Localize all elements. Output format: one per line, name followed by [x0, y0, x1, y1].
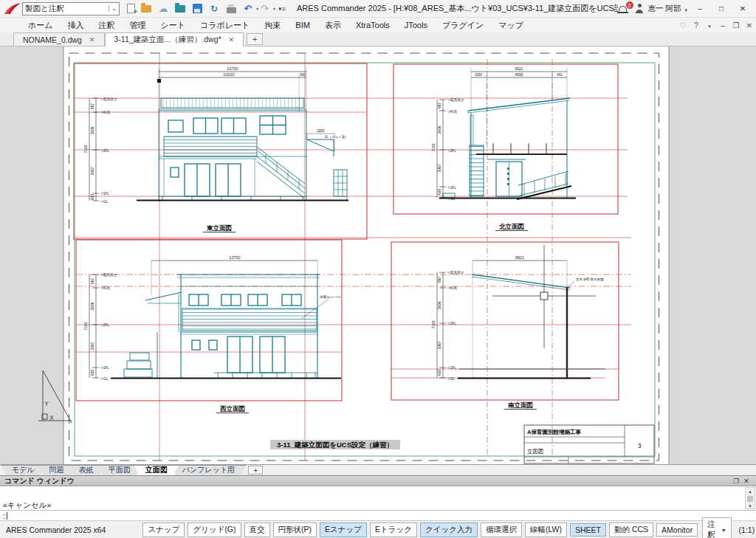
level-label: ▽1FL [100, 366, 109, 370]
toggle-etrack[interactable]: Eトラック [370, 523, 417, 537]
user-menu-chevron-icon[interactable] [684, 4, 687, 13]
doc-tab-noname[interactable]: NONAME_0.dwg ✕ [13, 32, 105, 46]
level-label: ▽軒高 [100, 110, 110, 114]
menu-constrain[interactable]: 拘束 [257, 18, 288, 32]
south-note: 笠木 φ45 取付金物 [576, 277, 604, 282]
level-height: 600 [438, 370, 441, 376]
app-version-label: ARES Commander 2025 x64 [6, 525, 106, 534]
level-height: 3067 [91, 342, 94, 350]
cloud-sync-icon[interactable]: ↻ [208, 3, 220, 15]
toggle-sheet[interactable]: SHEET [570, 523, 606, 537]
west-dim-total: 10700 [229, 255, 240, 260]
command-line: «キャンセル» [3, 500, 743, 509]
toggle-esnap[interactable]: Eスナップ [320, 523, 367, 537]
east-dim-a: 10010 [223, 72, 234, 77]
toggle-grid[interactable]: グリッド(G) [188, 523, 241, 537]
level-total: 7160 [84, 322, 88, 330]
south-dim-total: 9621 [515, 255, 524, 260]
add-layout-tab-button[interactable]: + [248, 466, 263, 475]
layout-tab-model[interactable]: モデル [1, 465, 46, 475]
drawing-canvas[interactable]: 10700 10010 690 1900 庇（アルミ製） ▽最高高さ ▽軒高 ▽… [0, 46, 756, 464]
grip-point [157, 79, 161, 83]
menu-bim[interactable]: BIM [288, 19, 317, 31]
command-window-header[interactable]: コマンド ウィンドウ ❐ ✕ [0, 476, 756, 486]
level-label: ▽最高高さ [100, 272, 117, 277]
menu-insert[interactable]: 挿入 [61, 18, 92, 32]
level-height: 2606 [438, 125, 441, 134]
menu-collaborate[interactable]: コラボレート [193, 18, 257, 32]
scroll-up-icon[interactable]: ▲ [746, 488, 755, 495]
toggle-ortho[interactable]: 直交 [244, 523, 270, 537]
toggle-quickinput[interactable]: クイック入力 [420, 523, 478, 537]
toggle-dynamic-ccs[interactable]: 動的 CCS [609, 523, 653, 537]
menu-plugins[interactable]: プラグイン [435, 18, 491, 32]
west-note: 木製ルーバー [320, 295, 341, 299]
user-avatar-icon[interactable] [635, 4, 645, 13]
ucs-y-label: Y [44, 400, 49, 407]
menu-sheet[interactable]: シート [154, 18, 193, 32]
menu-view[interactable]: 表示 [317, 18, 348, 32]
command-history[interactable]: «キャンセル» : «キャンセル» : 反対側のコーナーを指定: ▲ ▼ [0, 486, 756, 511]
layout-tab-heimenzu[interactable]: 平面図 [97, 465, 142, 475]
level-label: ▽最高高さ [447, 97, 464, 102]
doc-close-button[interactable]: ✕ [743, 21, 756, 30]
tab-close-icon[interactable]: ✕ [89, 36, 95, 44]
scale-readout: (1:1) [739, 525, 755, 534]
workspace-selector[interactable]: 製図と注釈 ⌄ [22, 2, 120, 15]
new-file-icon[interactable] [127, 4, 135, 13]
scroll-down-icon[interactable]: ▼ [746, 503, 755, 510]
layout-tab-ritsumenzu[interactable]: 立面図 [134, 465, 179, 475]
sheet-view: 10700 10010 690 1900 庇（アルミ製） ▽最高高さ ▽軒高 ▽… [0, 46, 756, 464]
toggle-cycle-select[interactable]: 循環選択 [481, 523, 522, 537]
menu-manage[interactable]: 管理 [123, 18, 154, 32]
doc-minimize-button[interactable]: – [716, 21, 729, 30]
menu-annotate[interactable]: 注釈 [92, 18, 123, 32]
command-window: コマンド ウィンドウ ❐ ✕ «キャンセル» : «キャンセル» : 反対側のコ… [0, 475, 756, 520]
doc-tab-active[interactable]: 3-11_建築立面...（練習）.dwg* ✕ [105, 32, 244, 46]
toggle-amonitor[interactable]: AMonitor [656, 523, 698, 537]
redo-icon[interactable]: ↷▾ [259, 3, 271, 15]
toggle-polar[interactable]: 円形状(P) [273, 523, 317, 537]
help-icon[interactable]: ? [690, 21, 703, 30]
menu-home[interactable]: ホーム [21, 18, 61, 32]
level-label: ▽1FL [447, 186, 456, 190]
help-chevron-icon[interactable] [703, 21, 716, 30]
level-total: 7160 [84, 145, 88, 153]
level-height: 887 [91, 278, 94, 284]
layout-tab-pamphlet[interactable]: パンフレット用 [171, 465, 246, 475]
minimize-button[interactable]: – [691, 1, 709, 16]
toggle-lineweight[interactable]: 線幅(LW) [525, 523, 567, 537]
east-dim-total: 10700 [227, 66, 238, 71]
open-cloud-icon[interactable]: ☁ [157, 3, 169, 15]
command-input[interactable]: : [0, 511, 756, 520]
layout-tab-bar: モデル 問題 表紙 平面図 立面図 パンフレット用 + [0, 464, 756, 475]
menu-xtratools[interactable]: XtraTools [348, 19, 397, 31]
maximize-button[interactable]: □ [712, 1, 730, 16]
annotation-scale-dropdown[interactable]: 注釈 [702, 517, 731, 538]
level-label: ▽軒高 [100, 286, 110, 290]
open-file-icon[interactable] [141, 5, 151, 13]
toggle-snap[interactable]: スナップ [142, 523, 185, 537]
statusbar: ARES Commander 2025 x64 スナップ グリッド(G) 直交 … [0, 520, 756, 538]
menu-jtools[interactable]: JTools [397, 19, 435, 31]
save-as-icon[interactable] [175, 5, 185, 13]
ucs-x-label: X [49, 414, 54, 421]
tab-close-icon[interactable]: ✕ [229, 36, 235, 44]
undo-icon[interactable]: ↶▾ [242, 3, 254, 15]
level-label: ▽2FL [100, 323, 109, 327]
save-icon[interactable] [193, 4, 202, 13]
close-window-icon[interactable]: ✕ [741, 477, 752, 485]
favorite-icon[interactable]: ♡ [676, 21, 690, 30]
menu-map[interactable]: マップ [491, 18, 531, 32]
east-dim-awning: 1900 [317, 129, 325, 133]
command-window-title: コマンド ウィンドウ [4, 476, 75, 486]
scroll-thumb[interactable] [747, 496, 753, 502]
doc-restore-button[interactable]: ❐ [729, 21, 743, 30]
notifications-bell-icon[interactable]: 2 [618, 3, 631, 15]
command-scrollbar[interactable]: ▲ ▼ [745, 487, 755, 509]
float-window-icon[interactable]: ❐ [731, 477, 741, 485]
print-icon[interactable] [227, 7, 236, 13]
customize-toolbar-icon[interactable]: ▾≡ [276, 3, 288, 15]
close-button[interactable]: ✕ [734, 1, 752, 16]
new-document-tab-button[interactable]: + [247, 33, 263, 45]
